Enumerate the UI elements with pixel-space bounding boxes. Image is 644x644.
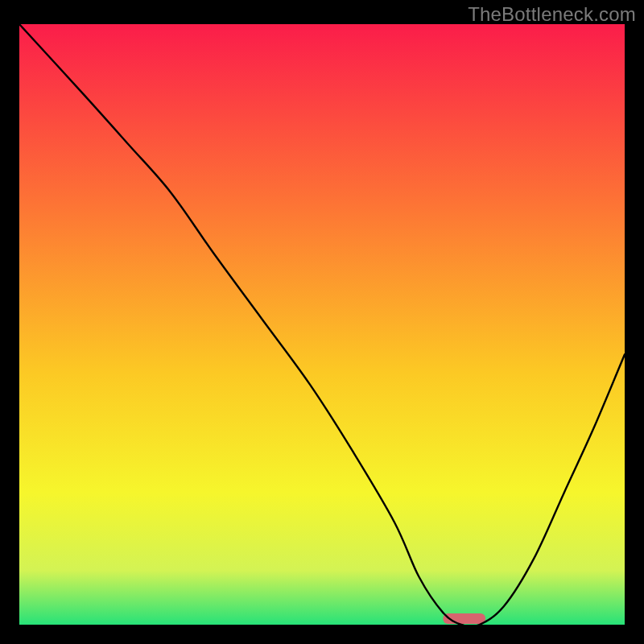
gradient-background [19,24,625,625]
bottleneck-chart [19,24,625,625]
chart-frame [17,22,627,627]
